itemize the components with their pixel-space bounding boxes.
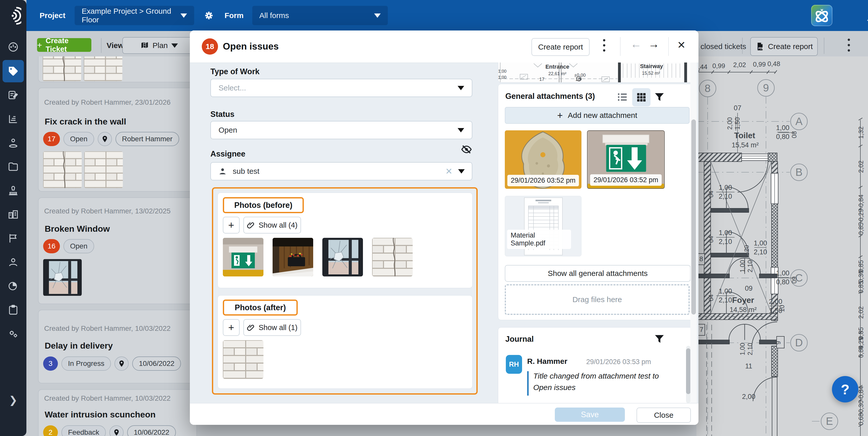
sidebar-item-contacts[interactable] <box>0 251 26 273</box>
attachment-photo[interactable]: 29/01/2026 03:52 pm <box>505 130 582 189</box>
drag-files-dropzone[interactable]: Drag files here <box>505 284 689 315</box>
grid-view-button-active[interactable] <box>632 88 650 107</box>
type-of-work-select[interactable]: Select... <box>210 79 472 97</box>
ticket-card[interactable]: Created by Robert Hammer, 13/02/2025 Bro… <box>38 197 197 304</box>
ticket-photo[interactable] <box>43 259 82 296</box>
help-button[interactable]: ? <box>832 376 858 403</box>
sidebar-item-dashboard[interactable] <box>0 36 26 58</box>
closed-tickets-label[interactable]: closed tickets <box>701 42 746 51</box>
filter-funnel-icon[interactable] <box>654 91 665 103</box>
list-view-icon[interactable] <box>617 91 628 103</box>
create-report-button[interactable]: PDF Create report <box>750 37 818 56</box>
sidebar-item-flags[interactable] <box>0 227 26 250</box>
plan-label: 15,52 m² <box>642 70 660 76</box>
chevron-down-icon <box>458 169 465 174</box>
assignee-select[interactable]: sub test ✕ <box>210 162 472 180</box>
close-button[interactable]: Close <box>637 408 691 423</box>
divider <box>101 38 101 53</box>
journal-scrollbar-thumb[interactable] <box>686 348 691 394</box>
filter-funnel-icon[interactable] <box>654 333 665 345</box>
photo-before-toolbox[interactable] <box>273 238 313 277</box>
connect-glyph-icon: × <box>811 5 833 26</box>
kebab-menu-icon[interactable] <box>848 39 850 52</box>
plan-label: 2,10 <box>746 343 753 355</box>
attachment-photo[interactable]: 29/01/2026 03:52 pm <box>587 130 665 189</box>
kebab-menu-icon[interactable] <box>603 39 605 52</box>
attachment-pdf[interactable]: Material Sample.pdf <box>505 196 582 256</box>
location-pin-icon[interactable] <box>110 425 124 436</box>
svg-text:×: × <box>820 7 823 13</box>
show-all-attachments-button[interactable]: Show all general attachments <box>505 265 691 282</box>
clear-icon[interactable]: ✕ <box>445 166 453 176</box>
plan-label: 1,32 <box>857 126 864 139</box>
plan-label: 1,00 <box>776 124 789 132</box>
sidebar-expand-chevron-icon[interactable]: ❯ <box>0 389 26 411</box>
photo-before-broken-window[interactable] <box>322 238 363 277</box>
project-selector[interactable]: Example Project > Ground Floor <box>74 6 194 25</box>
avatar: RH <box>506 355 522 374</box>
ticket-photo[interactable] <box>43 151 82 188</box>
sidebar-item-resources[interactable] <box>0 132 26 154</box>
plan-label: 0,85 <box>857 281 864 293</box>
save-button-disabled[interactable]: Save <box>555 408 625 422</box>
create-ticket-button[interactable]: + Create Ticket <box>37 38 91 52</box>
plan-label: Stairway <box>640 63 663 69</box>
modal-scrollbar-thumb[interactable] <box>691 119 696 315</box>
close-icon[interactable]: ✕ <box>677 39 686 51</box>
photo-before-exit-sign[interactable] <box>223 238 264 277</box>
project-selector-value: Example Project > Ground Floor <box>82 7 181 24</box>
visibility-off-icon[interactable] <box>461 144 472 155</box>
ticket-card[interactable]: Created by Robert Hammer, 10/03/2022 Wat… <box>38 389 197 436</box>
form-selector[interactable]: All forms <box>252 6 388 25</box>
sidebar-item-tickets[interactable] <box>3 60 24 82</box>
plan-label: A <box>796 115 803 127</box>
ticket-title: Delay in delivery <box>45 341 113 351</box>
plan-label: 1,50 <box>734 117 741 130</box>
ticket-created: Created by Robert Hammer, 10/03/2022 <box>44 394 170 403</box>
ticket-photo[interactable] <box>84 151 123 188</box>
sidebar-item-approvals[interactable] <box>0 179 26 202</box>
location-pin-icon[interactable] <box>98 132 112 146</box>
next-ticket-arrow-icon[interactable]: → <box>648 38 659 50</box>
modal-scrollbar[interactable] <box>690 62 697 403</box>
plan-label: 18 <box>576 77 581 82</box>
sidebar-item-reports[interactable] <box>0 275 26 297</box>
paperclip-icon <box>247 221 255 229</box>
status-select[interactable]: Open <box>210 121 472 139</box>
previous-ticket-arrow-icon[interactable]: ← <box>630 38 642 50</box>
sidebar-item-projects[interactable] <box>0 203 26 226</box>
add-photo-button[interactable]: + <box>223 217 240 233</box>
plan-label: 1,00 <box>739 260 746 273</box>
divider <box>824 38 824 54</box>
plan-label: 2,02 <box>857 161 864 173</box>
sidebar-item-statistics[interactable] <box>0 108 26 130</box>
view-mode-dropdown[interactable]: Plan <box>122 37 196 54</box>
plan-label: 04 <box>708 236 714 243</box>
ticket-card[interactable]: Created by Robert Hammer, 23/01/2026 Fix… <box>38 88 197 192</box>
add-new-attachment-button[interactable]: + Add new attachment <box>505 107 689 124</box>
show-all-photos-button[interactable]: Show all (1) <box>243 319 301 336</box>
create-report-button[interactable]: Create report <box>531 38 590 56</box>
ticket-number-badge: 16 <box>43 239 60 253</box>
sidebar-item-documents[interactable] <box>0 155 26 178</box>
plan-label: 2,00 <box>742 393 755 401</box>
journal-entry-text: Title changed from attachment test to Op… <box>533 370 660 393</box>
ticket-created: Created by Robert Hammer, 10/03/2022 <box>44 324 170 332</box>
plan-location-card[interactable]: Entrance22,61 m²±0,00Stairway15,52 m²1,0… <box>498 62 696 83</box>
add-photo-button[interactable]: + <box>223 319 240 336</box>
person-icon <box>218 167 227 176</box>
ticket-card[interactable]: Created by Robert Hammer, 10/03/2022 Del… <box>38 310 197 383</box>
photo-after-brick[interactable] <box>223 340 264 379</box>
photo-before-brick-crack[interactable] <box>372 238 413 277</box>
journal-scrollbar[interactable] <box>686 346 691 403</box>
notifications-bell-icon[interactable] <box>864 7 868 25</box>
apps-tile-icon[interactable]: × <box>811 5 833 26</box>
plan-label: 1,00 <box>739 343 746 355</box>
sidebar-item-settings[interactable] <box>0 323 26 345</box>
plan-label: Foyer <box>732 295 754 304</box>
location-pin-icon[interactable] <box>115 356 129 371</box>
show-all-photos-button[interactable]: Show all (4) <box>243 217 301 233</box>
sidebar-item-forms[interactable] <box>0 84 26 106</box>
sidebar-item-tasks[interactable] <box>0 299 26 321</box>
gear-icon[interactable] <box>203 10 214 21</box>
